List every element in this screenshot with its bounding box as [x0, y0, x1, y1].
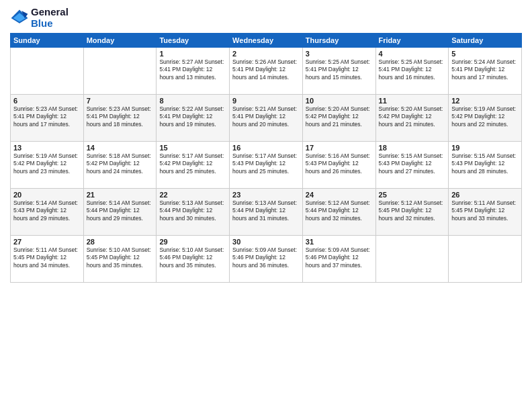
calendar-cell: 31Sunrise: 5:09 AM Sunset: 5:46 PM Dayli… — [302, 236, 375, 283]
logo-text-general: General — [31, 6, 69, 17]
calendar-cell: 5Sunrise: 5:24 AM Sunset: 5:41 PM Daylig… — [449, 48, 522, 95]
day-header-saturday: Saturday — [449, 34, 522, 48]
day-number: 4 — [379, 50, 446, 58]
cell-content: Sunrise: 5:14 AM Sunset: 5:44 PM Dayligh… — [87, 199, 154, 222]
calendar-cell: 4Sunrise: 5:25 AM Sunset: 5:41 PM Daylig… — [375, 48, 449, 95]
cell-content: Sunrise: 5:13 AM Sunset: 5:44 PM Dayligh… — [232, 199, 300, 222]
day-header-friday: Friday — [375, 34, 449, 48]
cell-content: Sunrise: 5:17 AM Sunset: 5:42 PM Dayligh… — [159, 152, 226, 175]
day-number: 15 — [159, 144, 226, 152]
day-number: 18 — [379, 144, 446, 152]
day-number: 17 — [306, 144, 373, 152]
day-number: 30 — [232, 238, 300, 246]
cell-content: Sunrise: 5:09 AM Sunset: 5:46 PM Dayligh… — [232, 246, 300, 269]
calendar-cell: 17Sunrise: 5:16 AM Sunset: 5:43 PM Dayli… — [302, 142, 375, 189]
calendar-cell: 22Sunrise: 5:13 AM Sunset: 5:44 PM Dayli… — [157, 189, 230, 236]
cell-content: Sunrise: 5:13 AM Sunset: 5:44 PM Dayligh… — [159, 199, 226, 222]
cell-content: Sunrise: 5:19 AM Sunset: 5:42 PM Dayligh… — [451, 105, 519, 128]
logo: General Blue — [10, 7, 69, 29]
week-row-4: 20Sunrise: 5:14 AM Sunset: 5:43 PM Dayli… — [11, 189, 522, 236]
day-number: 2 — [232, 50, 300, 58]
calendar-cell: 6Sunrise: 5:23 AM Sunset: 5:41 PM Daylig… — [11, 95, 84, 142]
day-number: 11 — [379, 97, 446, 105]
calendar-cell: 27Sunrise: 5:11 AM Sunset: 5:45 PM Dayli… — [11, 236, 84, 283]
calendar-cell: 30Sunrise: 5:09 AM Sunset: 5:46 PM Dayli… — [230, 236, 303, 283]
cell-content: Sunrise: 5:10 AM Sunset: 5:45 PM Dayligh… — [87, 246, 154, 269]
cell-content: Sunrise: 5:12 AM Sunset: 5:44 PM Dayligh… — [306, 199, 373, 222]
calendar-cell: 23Sunrise: 5:13 AM Sunset: 5:44 PM Dayli… — [230, 189, 303, 236]
calendar-cell: 2Sunrise: 5:26 AM Sunset: 5:41 PM Daylig… — [230, 48, 303, 95]
header-row: SundayMondayTuesdayWednesdayThursdayFrid… — [11, 34, 522, 48]
day-number: 16 — [232, 144, 300, 152]
day-number: 3 — [306, 50, 373, 58]
page: General Blue SundayMondayTuesdayWednesda… — [0, 0, 532, 411]
calendar-cell: 15Sunrise: 5:17 AM Sunset: 5:42 PM Dayli… — [157, 142, 230, 189]
day-number: 10 — [306, 97, 373, 105]
day-header-wednesday: Wednesday — [230, 34, 303, 48]
cell-content: Sunrise: 5:16 AM Sunset: 5:43 PM Dayligh… — [306, 152, 373, 175]
calendar-cell: 14Sunrise: 5:18 AM Sunset: 5:42 PM Dayli… — [83, 142, 157, 189]
day-number: 29 — [159, 238, 226, 246]
calendar-cell — [83, 48, 157, 95]
cell-content: Sunrise: 5:26 AM Sunset: 5:41 PM Dayligh… — [232, 58, 300, 81]
day-number: 1 — [159, 50, 226, 58]
logo-text-blue: Blue — [31, 17, 53, 29]
cell-content: Sunrise: 5:14 AM Sunset: 5:43 PM Dayligh… — [13, 199, 81, 222]
cell-content: Sunrise: 5:21 AM Sunset: 5:41 PM Dayligh… — [232, 105, 300, 128]
cell-content: Sunrise: 5:12 AM Sunset: 5:45 PM Dayligh… — [379, 199, 446, 222]
cell-content: Sunrise: 5:27 AM Sunset: 5:41 PM Dayligh… — [159, 58, 226, 81]
day-header-sunday: Sunday — [11, 34, 84, 48]
cell-content: Sunrise: 5:19 AM Sunset: 5:42 PM Dayligh… — [13, 152, 81, 175]
logo-icon — [10, 9, 29, 28]
calendar-cell: 28Sunrise: 5:10 AM Sunset: 5:45 PM Dayli… — [83, 236, 157, 283]
week-row-1: 1Sunrise: 5:27 AM Sunset: 5:41 PM Daylig… — [11, 48, 522, 95]
calendar-cell: 16Sunrise: 5:17 AM Sunset: 5:43 PM Dayli… — [230, 142, 303, 189]
calendar-cell: 1Sunrise: 5:27 AM Sunset: 5:41 PM Daylig… — [157, 48, 230, 95]
calendar-table: SundayMondayTuesdayWednesdayThursdayFrid… — [10, 33, 522, 283]
cell-content: Sunrise: 5:23 AM Sunset: 5:41 PM Dayligh… — [13, 105, 81, 128]
cell-content: Sunrise: 5:20 AM Sunset: 5:42 PM Dayligh… — [379, 105, 446, 128]
week-row-3: 13Sunrise: 5:19 AM Sunset: 5:42 PM Dayli… — [11, 142, 522, 189]
day-number: 7 — [87, 97, 154, 105]
calendar-cell: 11Sunrise: 5:20 AM Sunset: 5:42 PM Dayli… — [375, 95, 449, 142]
calendar-cell: 7Sunrise: 5:23 AM Sunset: 5:41 PM Daylig… — [83, 95, 157, 142]
calendar-cell: 13Sunrise: 5:19 AM Sunset: 5:42 PM Dayli… — [11, 142, 84, 189]
day-number: 9 — [232, 97, 300, 105]
calendar-cell — [449, 236, 522, 283]
cell-content: Sunrise: 5:18 AM Sunset: 5:42 PM Dayligh… — [87, 152, 154, 175]
calendar-cell: 18Sunrise: 5:15 AM Sunset: 5:43 PM Dayli… — [375, 142, 449, 189]
calendar-cell: 24Sunrise: 5:12 AM Sunset: 5:44 PM Dayli… — [302, 189, 375, 236]
header: General Blue — [10, 7, 522, 29]
calendar-cell: 21Sunrise: 5:14 AM Sunset: 5:44 PM Dayli… — [83, 189, 157, 236]
day-number: 13 — [13, 144, 81, 152]
day-number: 5 — [451, 50, 519, 58]
calendar-cell: 12Sunrise: 5:19 AM Sunset: 5:42 PM Dayli… — [449, 95, 522, 142]
cell-content: Sunrise: 5:11 AM Sunset: 5:45 PM Dayligh… — [451, 199, 519, 222]
day-number: 12 — [451, 97, 519, 105]
day-number: 31 — [306, 238, 373, 246]
day-number: 19 — [451, 144, 519, 152]
cell-content: Sunrise: 5:22 AM Sunset: 5:41 PM Dayligh… — [159, 105, 226, 128]
cell-content: Sunrise: 5:17 AM Sunset: 5:43 PM Dayligh… — [232, 152, 300, 175]
calendar-cell: 3Sunrise: 5:25 AM Sunset: 5:41 PM Daylig… — [302, 48, 375, 95]
day-header-thursday: Thursday — [302, 34, 375, 48]
cell-content: Sunrise: 5:23 AM Sunset: 5:41 PM Dayligh… — [87, 105, 154, 128]
day-number: 24 — [306, 191, 373, 199]
day-number: 27 — [13, 238, 81, 246]
day-number: 14 — [87, 144, 154, 152]
day-number: 22 — [159, 191, 226, 199]
day-number: 21 — [87, 191, 154, 199]
week-row-2: 6Sunrise: 5:23 AM Sunset: 5:41 PM Daylig… — [11, 95, 522, 142]
calendar-cell: 8Sunrise: 5:22 AM Sunset: 5:41 PM Daylig… — [157, 95, 230, 142]
day-number: 25 — [379, 191, 446, 199]
day-number: 8 — [159, 97, 226, 105]
calendar-cell: 19Sunrise: 5:15 AM Sunset: 5:43 PM Dayli… — [449, 142, 522, 189]
cell-content: Sunrise: 5:25 AM Sunset: 5:41 PM Dayligh… — [306, 58, 373, 81]
day-number: 20 — [13, 191, 81, 199]
calendar-cell — [375, 236, 449, 283]
cell-content: Sunrise: 5:15 AM Sunset: 5:43 PM Dayligh… — [379, 152, 446, 175]
calendar-cell: 10Sunrise: 5:20 AM Sunset: 5:42 PM Dayli… — [302, 95, 375, 142]
day-header-monday: Monday — [83, 34, 157, 48]
day-number: 28 — [87, 238, 154, 246]
day-number: 26 — [451, 191, 519, 199]
